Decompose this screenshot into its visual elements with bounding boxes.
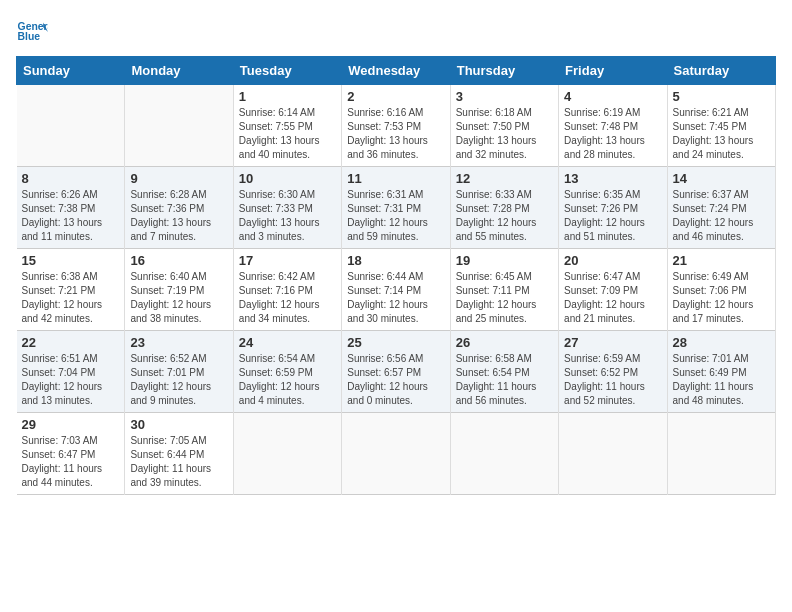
day-number: 27 [564, 335, 661, 350]
day-info: Sunrise: 6:37 AM Sunset: 7:24 PM Dayligh… [673, 188, 770, 244]
day-number: 18 [347, 253, 444, 268]
calendar-day-cell: 16 Sunrise: 6:40 AM Sunset: 7:19 PM Dayl… [125, 249, 233, 331]
day-info: Sunrise: 6:14 AM Sunset: 7:55 PM Dayligh… [239, 106, 336, 162]
day-number: 28 [673, 335, 770, 350]
day-number: 4 [564, 89, 661, 104]
calendar-week-row: 1 Sunrise: 6:14 AM Sunset: 7:55 PM Dayli… [17, 85, 776, 167]
calendar-day-cell: 27 Sunrise: 6:59 AM Sunset: 6:52 PM Dayl… [559, 331, 667, 413]
day-number: 1 [239, 89, 336, 104]
day-number: 12 [456, 171, 553, 186]
empty-cell [17, 85, 125, 167]
calendar-day-cell: 30 Sunrise: 7:05 AM Sunset: 6:44 PM Dayl… [125, 413, 233, 495]
empty-cell [342, 413, 450, 495]
calendar-day-cell: 23 Sunrise: 6:52 AM Sunset: 7:01 PM Dayl… [125, 331, 233, 413]
day-info: Sunrise: 6:44 AM Sunset: 7:14 PM Dayligh… [347, 270, 444, 326]
calendar-day-cell: 4 Sunrise: 6:19 AM Sunset: 7:48 PM Dayli… [559, 85, 667, 167]
day-info: Sunrise: 7:03 AM Sunset: 6:47 PM Dayligh… [22, 434, 120, 490]
day-info: Sunrise: 6:16 AM Sunset: 7:53 PM Dayligh… [347, 106, 444, 162]
day-number: 8 [22, 171, 120, 186]
calendar-week-row: 8 Sunrise: 6:26 AM Sunset: 7:38 PM Dayli… [17, 167, 776, 249]
svg-text:Blue: Blue [18, 31, 41, 42]
day-info: Sunrise: 6:49 AM Sunset: 7:06 PM Dayligh… [673, 270, 770, 326]
day-number: 30 [130, 417, 227, 432]
calendar-day-cell: 5 Sunrise: 6:21 AM Sunset: 7:45 PM Dayli… [667, 85, 775, 167]
page-header: General Blue [16, 16, 776, 48]
weekday-header-wednesday: Wednesday [342, 57, 450, 85]
weekday-header-saturday: Saturday [667, 57, 775, 85]
weekday-header-tuesday: Tuesday [233, 57, 341, 85]
calendar-day-cell: 29 Sunrise: 7:03 AM Sunset: 6:47 PM Dayl… [17, 413, 125, 495]
day-info: Sunrise: 6:35 AM Sunset: 7:26 PM Dayligh… [564, 188, 661, 244]
day-number: 23 [130, 335, 227, 350]
calendar-week-row: 29 Sunrise: 7:03 AM Sunset: 6:47 PM Dayl… [17, 413, 776, 495]
logo-icon: General Blue [16, 16, 48, 48]
empty-cell [450, 413, 558, 495]
day-info: Sunrise: 6:54 AM Sunset: 6:59 PM Dayligh… [239, 352, 336, 408]
day-number: 14 [673, 171, 770, 186]
day-info: Sunrise: 6:40 AM Sunset: 7:19 PM Dayligh… [130, 270, 227, 326]
day-number: 25 [347, 335, 444, 350]
empty-cell [233, 413, 341, 495]
day-number: 22 [22, 335, 120, 350]
day-info: Sunrise: 6:42 AM Sunset: 7:16 PM Dayligh… [239, 270, 336, 326]
calendar-day-cell: 13 Sunrise: 6:35 AM Sunset: 7:26 PM Dayl… [559, 167, 667, 249]
calendar-day-cell: 26 Sunrise: 6:58 AM Sunset: 6:54 PM Dayl… [450, 331, 558, 413]
calendar-day-cell: 2 Sunrise: 6:16 AM Sunset: 7:53 PM Dayli… [342, 85, 450, 167]
calendar-day-cell: 9 Sunrise: 6:28 AM Sunset: 7:36 PM Dayli… [125, 167, 233, 249]
day-info: Sunrise: 6:26 AM Sunset: 7:38 PM Dayligh… [22, 188, 120, 244]
day-info: Sunrise: 6:38 AM Sunset: 7:21 PM Dayligh… [22, 270, 120, 326]
day-number: 15 [22, 253, 120, 268]
day-info: Sunrise: 6:21 AM Sunset: 7:45 PM Dayligh… [673, 106, 770, 162]
day-info: Sunrise: 6:33 AM Sunset: 7:28 PM Dayligh… [456, 188, 553, 244]
calendar-day-cell: 11 Sunrise: 6:31 AM Sunset: 7:31 PM Dayl… [342, 167, 450, 249]
weekday-header-friday: Friday [559, 57, 667, 85]
calendar-day-cell: 21 Sunrise: 6:49 AM Sunset: 7:06 PM Dayl… [667, 249, 775, 331]
day-number: 24 [239, 335, 336, 350]
empty-cell [667, 413, 775, 495]
empty-cell [125, 85, 233, 167]
day-info: Sunrise: 6:56 AM Sunset: 6:57 PM Dayligh… [347, 352, 444, 408]
day-number: 29 [22, 417, 120, 432]
day-info: Sunrise: 7:01 AM Sunset: 6:49 PM Dayligh… [673, 352, 770, 408]
day-info: Sunrise: 6:59 AM Sunset: 6:52 PM Dayligh… [564, 352, 661, 408]
day-number: 17 [239, 253, 336, 268]
day-info: Sunrise: 6:31 AM Sunset: 7:31 PM Dayligh… [347, 188, 444, 244]
calendar-week-row: 15 Sunrise: 6:38 AM Sunset: 7:21 PM Dayl… [17, 249, 776, 331]
day-number: 26 [456, 335, 553, 350]
logo: General Blue [16, 16, 48, 48]
calendar-day-cell: 14 Sunrise: 6:37 AM Sunset: 7:24 PM Dayl… [667, 167, 775, 249]
calendar-table: SundayMondayTuesdayWednesdayThursdayFrid… [16, 56, 776, 495]
calendar-day-cell: 1 Sunrise: 6:14 AM Sunset: 7:55 PM Dayli… [233, 85, 341, 167]
day-number: 2 [347, 89, 444, 104]
calendar-day-cell: 20 Sunrise: 6:47 AM Sunset: 7:09 PM Dayl… [559, 249, 667, 331]
day-info: Sunrise: 6:28 AM Sunset: 7:36 PM Dayligh… [130, 188, 227, 244]
calendar-day-cell: 24 Sunrise: 6:54 AM Sunset: 6:59 PM Dayl… [233, 331, 341, 413]
day-number: 5 [673, 89, 770, 104]
day-number: 20 [564, 253, 661, 268]
weekday-header-sunday: Sunday [17, 57, 125, 85]
calendar-week-row: 22 Sunrise: 6:51 AM Sunset: 7:04 PM Dayl… [17, 331, 776, 413]
day-number: 19 [456, 253, 553, 268]
calendar-day-cell: 19 Sunrise: 6:45 AM Sunset: 7:11 PM Dayl… [450, 249, 558, 331]
calendar-day-cell: 17 Sunrise: 6:42 AM Sunset: 7:16 PM Dayl… [233, 249, 341, 331]
weekday-header-monday: Monday [125, 57, 233, 85]
calendar-day-cell: 28 Sunrise: 7:01 AM Sunset: 6:49 PM Dayl… [667, 331, 775, 413]
calendar-day-cell: 10 Sunrise: 6:30 AM Sunset: 7:33 PM Dayl… [233, 167, 341, 249]
calendar-day-cell: 8 Sunrise: 6:26 AM Sunset: 7:38 PM Dayli… [17, 167, 125, 249]
calendar-day-cell: 25 Sunrise: 6:56 AM Sunset: 6:57 PM Dayl… [342, 331, 450, 413]
empty-cell [559, 413, 667, 495]
calendar-day-cell: 22 Sunrise: 6:51 AM Sunset: 7:04 PM Dayl… [17, 331, 125, 413]
day-number: 16 [130, 253, 227, 268]
day-number: 13 [564, 171, 661, 186]
day-info: Sunrise: 6:18 AM Sunset: 7:50 PM Dayligh… [456, 106, 553, 162]
weekday-header-thursday: Thursday [450, 57, 558, 85]
day-info: Sunrise: 6:30 AM Sunset: 7:33 PM Dayligh… [239, 188, 336, 244]
calendar-day-cell: 18 Sunrise: 6:44 AM Sunset: 7:14 PM Dayl… [342, 249, 450, 331]
calendar-day-cell: 15 Sunrise: 6:38 AM Sunset: 7:21 PM Dayl… [17, 249, 125, 331]
day-info: Sunrise: 6:58 AM Sunset: 6:54 PM Dayligh… [456, 352, 553, 408]
day-info: Sunrise: 6:19 AM Sunset: 7:48 PM Dayligh… [564, 106, 661, 162]
day-number: 11 [347, 171, 444, 186]
day-number: 10 [239, 171, 336, 186]
day-number: 9 [130, 171, 227, 186]
day-info: Sunrise: 6:51 AM Sunset: 7:04 PM Dayligh… [22, 352, 120, 408]
